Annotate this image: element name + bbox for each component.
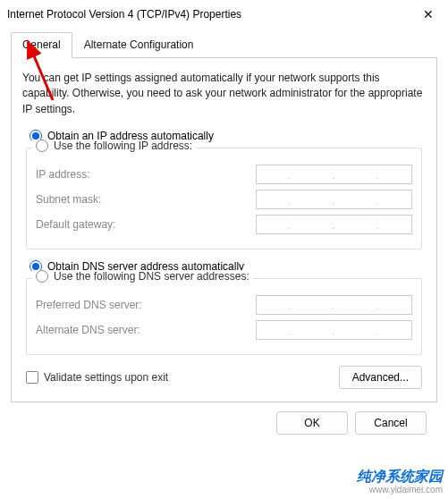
ok-button[interactable]: OK [276, 411, 348, 435]
watermark: 纯净系统家园 www.yidaimei.com [357, 468, 443, 495]
radio-use-ip[interactable] [36, 140, 48, 152]
cancel-button[interactable]: Cancel [355, 411, 427, 435]
radio-use-ip-label: Use the following IP address: [54, 140, 192, 152]
tab-general[interactable]: General [11, 32, 72, 58]
watermark-text: 纯净系统家园 [357, 468, 443, 485]
label-default-gateway: Default gateway: [36, 218, 115, 231]
radio-use-dns-label: Use the following DNS server addresses: [54, 270, 249, 283]
description-text: You can get IP settings assigned automat… [22, 71, 426, 117]
input-ip-address[interactable]: ... [256, 165, 412, 184]
tab-strip: General Alternate Configuration [11, 32, 437, 58]
close-icon[interactable]: ✕ [419, 7, 437, 21]
watermark-url: www.yidaimei.com [357, 485, 443, 495]
advanced-button[interactable]: Advanced... [339, 366, 422, 389]
input-subnet-mask[interactable]: ... [256, 190, 412, 209]
label-alternate-dns: Alternate DNS server: [36, 324, 140, 336]
radio-use-dns[interactable] [36, 270, 48, 283]
label-subnet-mask: Subnet mask: [36, 193, 101, 206]
checkbox-validate[interactable] [26, 371, 38, 384]
input-alternate-dns[interactable]: ... [256, 320, 412, 340]
label-ip-address: IP address: [36, 168, 89, 181]
input-default-gateway[interactable]: ... [256, 215, 412, 234]
window-title: Internet Protocol Version 4 (TCP/IPv4) P… [7, 8, 241, 21]
label-preferred-dns: Preferred DNS server: [36, 299, 142, 311]
tab-panel-general: You can get IP settings assigned automat… [11, 58, 437, 402]
checkbox-validate-label: Validate settings upon exit [44, 371, 168, 384]
group-dns-manual: Use the following DNS server addresses: … [26, 278, 422, 355]
group-ip-manual: Use the following IP address: IP address… [26, 148, 422, 249]
tab-alternate[interactable]: Alternate Configuration [72, 32, 206, 57]
input-preferred-dns[interactable]: ... [256, 295, 412, 315]
